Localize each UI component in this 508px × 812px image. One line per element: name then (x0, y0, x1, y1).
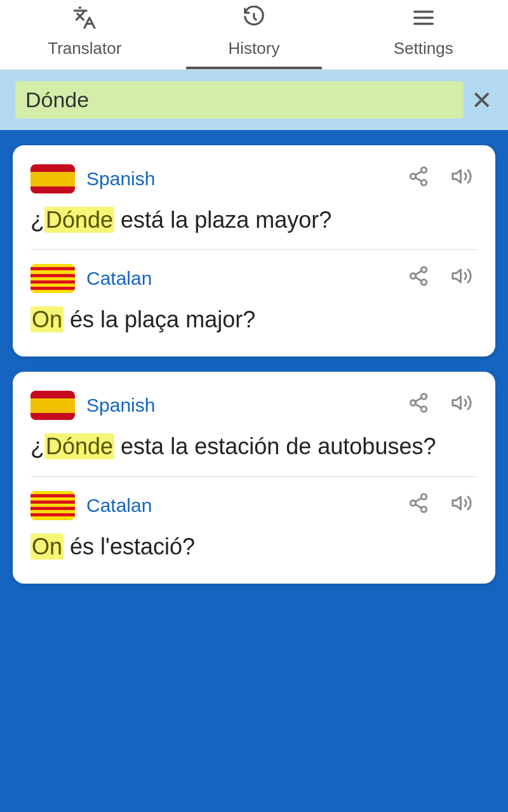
svg-line-24 (415, 504, 422, 508)
highlight-on-1: On (30, 306, 64, 332)
tab-settings[interactable]: Settings (338, 0, 508, 69)
speak-button-source-1[interactable] (446, 163, 478, 195)
highlight-donde-1: Dónde (44, 207, 114, 233)
target-lang-name-1: Catalan (86, 268, 391, 289)
search-input[interactable] (25, 88, 453, 112)
flag-spanish-1 (30, 164, 75, 193)
svg-marker-8 (453, 170, 461, 183)
source-lang-row-1: Spanish (30, 163, 478, 195)
search-bar: ✕ (0, 70, 508, 130)
source-lang-row-2: Spanish (30, 390, 478, 421)
target-text-1: On és la plaça major? (30, 303, 478, 336)
target-text-2: On és l'estació? (30, 530, 478, 563)
divider-1 (30, 249, 478, 250)
settings-icon (411, 6, 436, 35)
svg-line-13 (415, 271, 422, 275)
svg-line-6 (415, 178, 422, 181)
svg-line-12 (415, 277, 422, 281)
flag-spanish-2 (30, 391, 75, 420)
translator-icon (72, 6, 97, 35)
speak-button-source-2[interactable] (446, 390, 478, 421)
share-button-source-2[interactable] (403, 390, 434, 421)
translation-card-1: Spanish ¿Dónde está la plaza may (13, 145, 495, 357)
flag-catalan-1 (30, 264, 75, 293)
tab-bar: Translator History Settings (0, 0, 508, 70)
tab-history[interactable]: History (170, 0, 339, 69)
content-area: Spanish ¿Dónde está la plaza may (0, 130, 508, 599)
source-lang-name-1: Spanish (86, 168, 391, 190)
tab-translator[interactable]: Translator (0, 0, 170, 69)
speak-button-target-2[interactable] (446, 490, 478, 521)
translation-card-2: Spanish ¿Dónde esta la estación (13, 372, 495, 583)
highlight-donde-2: Dónde (44, 433, 114, 459)
search-input-wrapper[interactable] (15, 81, 464, 119)
tab-settings-label: Settings (394, 39, 453, 58)
source-lang-name-2: Spanish (86, 395, 391, 416)
target-lang-name-2: Catalan (86, 495, 391, 516)
history-icon (242, 6, 266, 35)
svg-marker-26 (453, 497, 461, 509)
svg-line-18 (415, 405, 422, 409)
svg-line-25 (415, 498, 422, 502)
source-text-2: ¿Dónde esta la estación de autobuses? (30, 430, 478, 463)
target-lang-row-1: Catalan (30, 263, 478, 294)
divider-2 (30, 476, 478, 477)
share-button-target-1[interactable] (403, 263, 434, 294)
speak-button-target-1[interactable] (446, 263, 478, 294)
highlight-on-2: On (30, 534, 64, 560)
tab-history-label: History (229, 39, 280, 58)
svg-marker-14 (453, 270, 461, 282)
clear-button[interactable]: ✕ (471, 88, 493, 113)
source-text-1: ¿Dónde está la plaza mayor? (30, 204, 478, 237)
share-button-target-2[interactable] (403, 490, 434, 521)
share-button-source-1[interactable] (403, 163, 434, 195)
target-lang-row-2: Catalan (30, 490, 478, 521)
svg-line-19 (415, 398, 422, 402)
svg-line-7 (415, 171, 422, 175)
flag-catalan-2 (30, 491, 75, 520)
tab-translator-label: Translator (48, 39, 121, 58)
svg-marker-20 (453, 396, 461, 409)
